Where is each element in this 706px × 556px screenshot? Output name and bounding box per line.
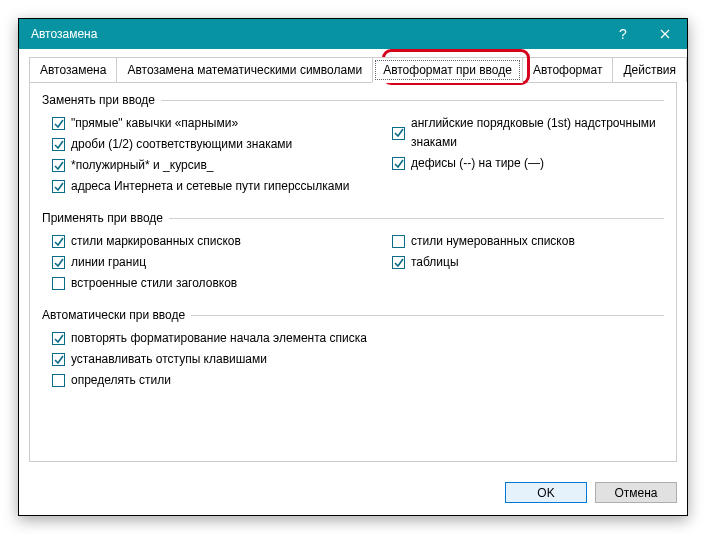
checkbox[interactable] [52,256,65,269]
checkbox[interactable] [52,277,65,290]
opt-heading-styles[interactable]: встроенные стили заголовков [42,273,382,294]
ok-button[interactable]: OK [505,482,587,503]
checkbox[interactable] [52,332,65,345]
opt-fractions[interactable]: дроби (1/2) соответствующими знаками [42,134,382,155]
tab-panel: Заменять при вводе "прямые" кавычки «пар… [29,83,677,462]
group-apply: Применять при вводе стили маркированных … [42,211,664,294]
close-icon [660,29,670,39]
checkbox[interactable] [392,127,405,140]
opt-bold-italic[interactable]: *полужирный* и _курсив_ [42,155,382,176]
checkbox[interactable] [392,235,405,248]
checkbox[interactable] [52,353,65,366]
group-replace-title: Заменять при вводе [42,93,155,107]
checkbox[interactable] [392,157,405,170]
cancel-button[interactable]: Отмена [595,482,677,503]
opt-hyphens-dash[interactable]: дефисы (--) на тире (—) [382,153,664,174]
opt-tables[interactable]: таблицы [382,252,664,273]
checkbox[interactable] [52,374,65,387]
tab-autoformat-as-type[interactable]: Автоформат при вводе [372,57,523,83]
tab-autoformat[interactable]: Автоформат [522,57,614,82]
group-replace: Заменять при вводе "прямые" кавычки «пар… [42,93,664,197]
titlebar: Автозамена ? [19,19,687,49]
checkbox[interactable] [52,138,65,151]
opt-ordinals[interactable]: английские порядковые (1st) надстрочными… [382,113,664,153]
group-auto: Автоматически при вводе повторять формат… [42,308,664,391]
opt-bulleted-lists[interactable]: стили маркированных списков [42,231,382,252]
opt-tab-indents[interactable]: устанавливать отступы клавишами [42,349,664,370]
group-apply-title: Применять при вводе [42,211,163,225]
opt-straight-quotes[interactable]: "прямые" кавычки «парными» [42,113,382,134]
close-button[interactable] [643,19,687,49]
checkbox[interactable] [392,256,405,269]
opt-numbered-lists[interactable]: стили нумерованных списков [382,231,664,252]
tab-strip: Автозамена Автозамена математическими си… [29,57,677,83]
autocorrect-dialog: Автозамена ? Автозамена Автозамена матем… [18,18,688,516]
group-auto-title: Автоматически при вводе [42,308,185,322]
window-title: Автозамена [31,27,603,41]
opt-repeat-format[interactable]: повторять форматирование начала элемента… [42,328,664,349]
checkbox[interactable] [52,180,65,193]
checkbox[interactable] [52,159,65,172]
dialog-footer: OK Отмена [19,472,687,515]
help-button[interactable]: ? [603,19,643,49]
opt-define-styles[interactable]: определять стили [42,370,664,391]
checkbox[interactable] [52,235,65,248]
tab-actions[interactable]: Действия [612,57,687,82]
tab-autoreplace[interactable]: Автозамена [29,57,117,82]
checkbox[interactable] [52,117,65,130]
opt-hyperlinks[interactable]: адреса Интернета и сетевые пути гиперссы… [42,176,382,197]
tab-math-symbols[interactable]: Автозамена математическими символами [116,57,373,82]
opt-border-lines[interactable]: линии границ [42,252,382,273]
